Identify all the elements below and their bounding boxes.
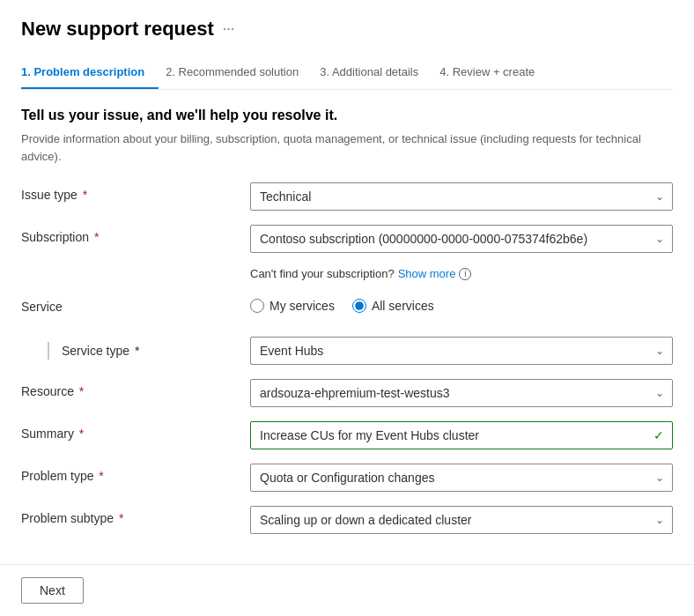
summary-required: * [76, 427, 84, 441]
subscription-helper-row: Can't find your subscription? Show more … [21, 267, 673, 280]
service-type-control: Event Hubs ⌄ [250, 337, 673, 365]
problem-subtype-select[interactable]: Scaling up or down a dedicated cluster [250, 506, 673, 534]
problem-subtype-select-wrapper: Scaling up or down a dedicated cluster ⌄ [250, 506, 673, 534]
service-type-select[interactable]: Event Hubs [250, 337, 673, 365]
problem-type-select[interactable]: Quota or Configuration changes [250, 464, 673, 492]
problem-type-label: Problem type * [21, 464, 250, 483]
summary-row: Summary * Increase CUs for my Event Hubs… [21, 421, 673, 449]
problem-subtype-control: Scaling up or down a dedicated cluster ⌄ [250, 506, 673, 534]
page-title: New support request [21, 18, 214, 41]
my-services-label: My services [269, 299, 335, 313]
resource-control: ardsouza-ehpremium-test-westus3 ⌄ [250, 379, 673, 407]
resource-row: Resource * ardsouza-ehpremium-test-westu… [21, 379, 673, 407]
more-options-icon[interactable]: ··· [223, 21, 234, 37]
issue-type-label: Issue type * [21, 182, 250, 202]
form-area: Issue type * Technical ⌄ Subscription * [21, 182, 673, 534]
issue-type-control: Technical ⌄ [250, 182, 673, 211]
all-services-label: All services [372, 299, 434, 313]
problem-type-row: Problem type * Quota or Configuration ch… [21, 464, 673, 492]
wizard-steps: 1. Problem description 2. Recommended so… [21, 58, 673, 90]
tab-recommended-solution[interactable]: 2. Recommended solution [166, 58, 313, 89]
section-title: Tell us your issue, and we'll help you r… [21, 108, 673, 123]
service-label: Service [21, 294, 250, 314]
my-services-radio[interactable] [250, 299, 264, 313]
service-type-select-wrapper: Event Hubs ⌄ [250, 337, 673, 365]
issue-type-row: Issue type * Technical ⌄ [21, 182, 673, 211]
service-type-required: * [135, 344, 139, 358]
service-type-label: Service type * [48, 337, 250, 360]
service-radio-group: My services All services [250, 294, 673, 313]
service-row: Service My services All services [21, 294, 673, 323]
subscription-label: Subscription * [21, 225, 250, 244]
my-services-option[interactable]: My services [250, 299, 335, 313]
resource-select[interactable]: ardsouza-ehpremium-test-westus3 [250, 379, 673, 407]
tab-additional-details[interactable]: 3. Additional details [320, 58, 432, 89]
all-services-radio[interactable] [352, 299, 366, 313]
summary-select-wrapper: Increase CUs for my Event Hubs cluster ✓ [250, 421, 673, 449]
subscription-select[interactable]: Contoso subscription (00000000-0000-0000… [250, 225, 673, 253]
subscription-row: Subscription * Contoso subscription (000… [21, 225, 673, 253]
bottom-bar: Next [0, 564, 694, 616]
next-button[interactable]: Next [21, 577, 84, 604]
show-more-link[interactable]: Show more [398, 267, 456, 280]
resource-required: * [76, 384, 84, 398]
summary-control: Increase CUs for my Event Hubs cluster ✓ [250, 421, 673, 449]
issue-type-select-wrapper: Technical ⌄ [250, 182, 673, 211]
subscription-control: Contoso subscription (00000000-0000-0000… [250, 225, 673, 253]
indent-line [48, 342, 49, 360]
problem-type-select-wrapper: Quota or Configuration changes ⌄ [250, 464, 673, 492]
summary-label: Summary * [21, 421, 250, 441]
tab-review-create[interactable]: 4. Review + create [439, 58, 549, 89]
summary-select[interactable]: Increase CUs for my Event Hubs cluster [250, 421, 673, 449]
service-control: My services All services [250, 294, 673, 313]
subscription-required: * [91, 230, 99, 244]
info-icon[interactable]: i [459, 268, 471, 280]
subscription-select-wrapper: Contoso subscription (00000000-0000-0000… [250, 225, 673, 253]
service-type-row: Service type * Event Hubs ⌄ [21, 337, 673, 365]
issue-type-required: * [79, 188, 87, 202]
tab-problem-description[interactable]: 1. Problem description [21, 58, 159, 89]
all-services-option[interactable]: All services [352, 299, 434, 313]
problem-type-control: Quota or Configuration changes ⌄ [250, 464, 673, 492]
cant-find-text: Can't find your subscription? [250, 267, 395, 280]
problem-subtype-label: Problem subtype * [21, 506, 250, 525]
problem-type-required: * [95, 469, 103, 483]
problem-subtype-row: Problem subtype * Scaling up or down a d… [21, 506, 673, 534]
problem-subtype-required: * [115, 511, 123, 525]
resource-select-wrapper: ardsouza-ehpremium-test-westus3 ⌄ [250, 379, 673, 407]
issue-type-select[interactable]: Technical [250, 182, 673, 211]
section-description: Provide information about your billing, … [21, 130, 673, 165]
resource-label: Resource * [21, 379, 250, 398]
